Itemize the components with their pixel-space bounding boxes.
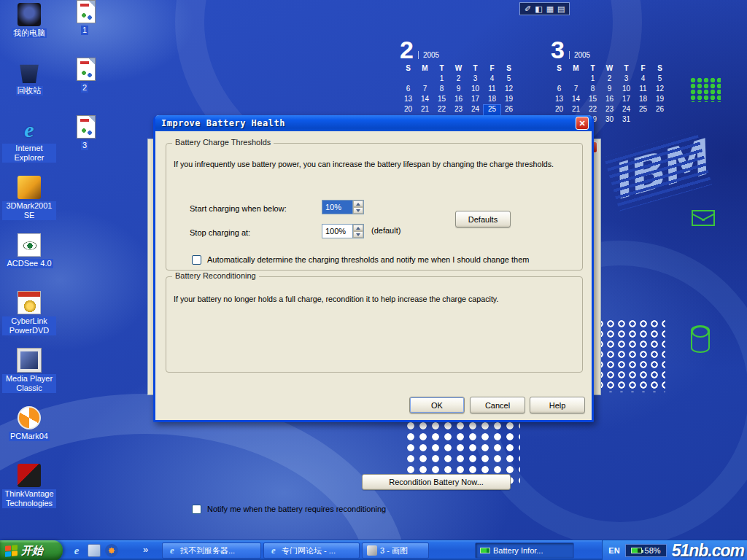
calendar-day: 10 xyxy=(618,85,635,95)
calendar-day: 4 xyxy=(484,74,500,85)
calendar-day: 4 xyxy=(635,74,651,85)
calendar-day: 7 xyxy=(568,85,584,95)
calendar-day: 23 xyxy=(601,105,618,115)
calendar-day: 23 xyxy=(450,105,467,115)
calendar-day-header: W xyxy=(450,64,467,74)
ibm-logo-stripes xyxy=(604,131,712,211)
cancel-button[interactable]: Cancel xyxy=(470,397,525,413)
task-button-paint[interactable]: 3 - 画图 xyxy=(362,542,429,559)
spin-up-button[interactable] xyxy=(353,225,363,231)
task-button-ie-2[interactable]: 专门网论坛 - ... xyxy=(263,542,360,559)
calendar-day: 12 xyxy=(651,85,668,95)
battery-indicator[interactable]: 58% xyxy=(625,544,667,557)
reconditioning-description: If your battery no longer holds a full c… xyxy=(174,295,498,303)
start-charging-spinner[interactable]: 10% xyxy=(322,200,364,214)
ok-button[interactable]: OK xyxy=(409,397,465,413)
calendar-day: 9 xyxy=(450,85,467,95)
desktop-icon-acdsee[interactable]: ACDSee 4.0 xyxy=(1,233,57,291)
task-button-battery[interactable]: Battery Infor... xyxy=(475,542,574,559)
calendar-day xyxy=(417,74,433,85)
auto-determine-label[interactable]: Automatically determine the charging thr… xyxy=(207,255,529,264)
battery-percent: 58% xyxy=(645,546,661,555)
desktop-icon-recycle-bin[interactable]: 回收站 xyxy=(1,61,57,118)
show-desktop-quicklaunch-icon[interactable] xyxy=(88,544,101,557)
calendar-day: 11 xyxy=(635,85,651,95)
calendar-day-header: S xyxy=(651,64,668,74)
calendar-day-header: T xyxy=(584,64,601,74)
desktop-icon-jpg[interactable]: 1 xyxy=(57,0,112,58)
desktop-icon-my-computer[interactable]: 我的电脑 xyxy=(1,3,57,61)
calendar-day-header: T xyxy=(433,64,450,74)
spin-down-button[interactable] xyxy=(353,231,363,238)
desktop-icon-pcmark04[interactable]: PCMark04 xyxy=(1,406,57,464)
calendar-day: 6 xyxy=(551,85,568,95)
stop-charging-spinner[interactable]: 100% xyxy=(322,224,364,238)
task-label: Battery Infor... xyxy=(493,546,543,555)
paint-icon xyxy=(367,545,377,556)
desktop-icon-label: Media Player Classic xyxy=(2,374,56,393)
taskbar: 开始 » 找不到服务器...专门网论坛 - ...3 - 画图Battery I… xyxy=(0,540,747,560)
improve-battery-health-dialog: Improve Battery Health ✕ Battery Charge … xyxy=(153,115,594,422)
close-button[interactable]: ✕ xyxy=(576,117,589,130)
media-player-quicklaunch-icon[interactable] xyxy=(105,544,118,557)
task-label: 找不到服务器... xyxy=(180,545,235,556)
calendar-year: 2005 xyxy=(418,51,439,59)
calendar-day xyxy=(551,74,568,85)
desktop: IBM ✐◧▦▤ 我的电脑回收站Internet Explorer3DMark2… xyxy=(0,0,747,560)
desktop-icon-powerdvd[interactable]: CyberLink PowerDVD xyxy=(1,291,57,349)
calendar-day xyxy=(400,74,417,85)
desktop-icon-3dmark2001[interactable]: 3DMark2001 SE xyxy=(1,176,57,233)
thinkvantage-icon xyxy=(18,464,41,487)
desktop-icon-internet-explorer[interactable]: Internet Explorer xyxy=(1,118,57,176)
calendar-day: 21 xyxy=(417,105,433,115)
start-charging-label: Start charging when below: xyxy=(190,204,287,213)
desktop-icon-column-1: 我的电脑回收站Internet Explorer3DMark2001 SEACD… xyxy=(1,3,57,521)
dialog-titlebar[interactable]: Improve Battery Health ✕ xyxy=(155,115,592,131)
calendar-day: 24 xyxy=(467,105,484,115)
calendar-day: 18 xyxy=(635,95,651,105)
desktop-icon-jpg[interactable]: 3 xyxy=(57,115,112,173)
desktop-icon-jpg[interactable]: 2 xyxy=(57,58,112,115)
task-button-ie-1[interactable]: 找不到服务器... xyxy=(162,542,261,559)
group-legend: Battery Reconditioning xyxy=(172,271,259,280)
dialog-title: Improve Battery Health xyxy=(161,118,285,128)
calendar-month-number: 3 xyxy=(551,38,565,61)
calendar-day: 25 xyxy=(484,105,500,115)
calendar-day: 14 xyxy=(417,95,433,105)
start-charging-value[interactable]: 10% xyxy=(322,201,352,214)
thresholds-description: If you infrequently use battery power, y… xyxy=(174,160,554,168)
calendar-day: 5 xyxy=(500,74,517,85)
calendar-day: 20 xyxy=(551,105,568,115)
ie-icon xyxy=(268,545,279,556)
floating-toolbar: ✐◧▦▤ xyxy=(519,2,570,15)
notify-reconditioning-checkbox[interactable] xyxy=(192,505,201,514)
internet-explorer-quicklaunch-icon[interactable] xyxy=(70,544,83,557)
calendar-year: 2005 xyxy=(569,51,590,59)
notify-reconditioning-label[interactable]: Notify me when the battery requires reco… xyxy=(207,505,386,513)
language-indicator[interactable]: EN xyxy=(608,546,619,555)
calendar-day: 17 xyxy=(618,95,635,105)
keyboard-icon[interactable]: ▦ xyxy=(546,3,554,15)
recondition-battery-button[interactable]: Recondition Battery Now... xyxy=(362,474,511,490)
quicklaunch-overflow-button[interactable]: » xyxy=(143,544,148,555)
pen-icon[interactable]: ✐ xyxy=(525,3,531,15)
stop-charging-value[interactable]: 100% xyxy=(322,225,352,238)
notes-icon[interactable]: ▤ xyxy=(557,3,565,15)
calendar-day: 13 xyxy=(551,95,568,105)
auto-determine-checkbox[interactable] xyxy=(192,255,201,265)
desktop-icon-label: PCMark04 xyxy=(9,432,50,441)
start-button[interactable]: 开始 xyxy=(0,540,63,560)
desktop-icon-thinkvantage[interactable]: ThinkVantage Technologies xyxy=(1,464,57,521)
mpc-icon xyxy=(18,349,41,372)
desktop-icon-mpc[interactable]: Media Player Classic xyxy=(1,349,57,406)
spin-down-button[interactable] xyxy=(353,207,363,214)
calendar-day: 25 xyxy=(635,105,651,115)
defaults-button[interactable]: Defaults xyxy=(455,211,511,228)
internet-explorer-icon xyxy=(18,118,41,141)
color-icon[interactable]: ◧ xyxy=(535,3,542,15)
help-button[interactable]: Help xyxy=(530,397,585,413)
jpg-icon xyxy=(77,115,96,139)
calendar-day xyxy=(651,115,668,125)
battery-icon xyxy=(631,548,642,553)
spin-up-button[interactable] xyxy=(353,201,363,207)
